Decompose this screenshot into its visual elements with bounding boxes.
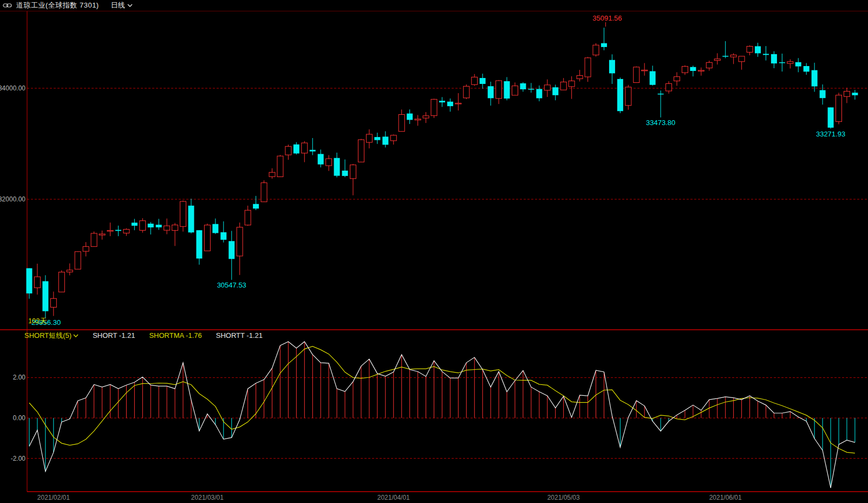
candle-body-up (91, 233, 97, 246)
candle-body-up (844, 92, 850, 97)
candle-body-down (528, 89, 534, 90)
candle-body-up (366, 134, 372, 142)
candle-body-up (625, 87, 631, 106)
candle-body-down (536, 89, 542, 98)
candle-body-down (722, 56, 728, 57)
candle-body-down (132, 223, 138, 226)
candle-body-up (140, 221, 146, 231)
candle-body-up (204, 225, 210, 251)
candle-body-up (350, 165, 356, 179)
candle-body-down (374, 137, 380, 140)
period-dropdown[interactable]: 日线 (111, 1, 133, 10)
indicator-dropdown[interactable]: SHORT短线(5) (24, 331, 79, 341)
candle-body-down (852, 93, 858, 95)
candle-body-up (577, 75, 583, 79)
candle-body-up (496, 81, 502, 99)
candle-body-up (666, 83, 672, 91)
candle-body-up (172, 225, 178, 230)
date-tick-label: 2021/06/01 (709, 494, 742, 501)
candle-body-up (390, 135, 396, 141)
candle-body-down (828, 107, 834, 127)
candle-body-up (560, 82, 566, 90)
candle-body-up (836, 95, 842, 122)
chevron-down-icon (127, 4, 133, 7)
candle-body-up (99, 234, 105, 235)
price-low-annotation: 33473.80 (646, 119, 675, 127)
candle-body-down (812, 70, 818, 87)
chain-link-icon[interactable] (3, 2, 12, 9)
candle-body-up (261, 183, 267, 202)
candle-body-up (67, 270, 73, 272)
candle-body-up (642, 70, 648, 71)
candle-body-down (212, 224, 218, 233)
price-axis-label: 34000.00 (0, 84, 25, 92)
candle-body-up (358, 140, 364, 162)
candle-body-down (480, 78, 486, 84)
candle-body-down (293, 145, 299, 154)
candle-body-down (407, 114, 413, 120)
candle-body-up (180, 201, 186, 226)
candle-body-down (342, 171, 348, 176)
candle-body-down (763, 54, 769, 55)
candle-body-up (83, 246, 89, 251)
date-tick-label: 2021/03/01 (191, 494, 224, 501)
candle-body-up (326, 159, 332, 166)
indicator-value-shortma: SHORTMA -1.76 (149, 331, 201, 339)
candle-body-up (698, 70, 704, 71)
candle-body-up (285, 146, 291, 155)
indicator-header: SHORT短线(5) SHORT -1.21SHORTMA -1.76SHORT… (24, 331, 277, 340)
candle-body-up (512, 86, 518, 95)
candle-body-up (50, 298, 56, 307)
candle-body-down (382, 136, 388, 145)
candle-body-up (123, 230, 129, 233)
candle-body-up (585, 58, 591, 77)
date-tick-label: 2021/04/01 (377, 494, 410, 501)
indicator-axis-label: 0.00 (13, 414, 26, 422)
candle-body-up (455, 103, 461, 104)
indicator-axis-label: 2.00 (13, 374, 26, 381)
candle-body-down (771, 54, 777, 63)
candle-body-up (747, 47, 753, 53)
candle-body-up (544, 85, 550, 90)
candle-body-down (617, 79, 623, 111)
candle-body-up (569, 81, 575, 87)
candle-body-up (593, 45, 599, 55)
indicator-value-short: SHORT -1.21 (93, 331, 135, 339)
candle-body-down (196, 230, 202, 258)
candle-body-up (787, 62, 793, 63)
candle-body-up (399, 114, 404, 131)
candle-body-down (188, 206, 194, 233)
candle-body-up (423, 116, 429, 118)
candle-body-down (334, 158, 340, 176)
candle-body-up (464, 86, 469, 98)
candle-body-up (674, 77, 680, 81)
period-label: 日线 (111, 1, 125, 10)
candle-body-down (690, 67, 696, 71)
candle-body-down (650, 71, 656, 85)
indicator-axis-label: -2.00 (11, 455, 26, 462)
candle-body-up (302, 143, 308, 153)
candle-body-down (795, 62, 801, 67)
price-axis-label: 32000.00 (0, 195, 25, 203)
date-tick-label: 2021/05/03 (547, 494, 580, 501)
candle-body-up (739, 56, 745, 62)
candle-body-up (245, 210, 251, 225)
candle-body-down (601, 43, 607, 47)
chart-canvas[interactable]: 34000.0032000.002.000.00-2.0035091.56334… (0, 0, 868, 503)
day-count-annotation: 102天 (28, 317, 47, 325)
price-low-annotation: 30547.53 (217, 281, 246, 289)
candle-body-up (472, 77, 478, 84)
candle-body-down (310, 150, 316, 152)
candle-body-up (277, 156, 283, 177)
candle-body-down (42, 281, 48, 311)
candle-body-down (552, 87, 558, 95)
price-high-annotation: 35091.56 (592, 14, 622, 22)
candle-body-up (730, 55, 736, 57)
candle-body-up (714, 59, 720, 61)
date-tick-label: 2021/02/01 (37, 494, 70, 501)
candle-body-up (634, 67, 639, 83)
price-low-annotation: 33271.93 (816, 130, 845, 138)
candle-body-up (682, 67, 688, 73)
candle-body-down (504, 81, 510, 99)
candle-body-down (488, 86, 494, 98)
